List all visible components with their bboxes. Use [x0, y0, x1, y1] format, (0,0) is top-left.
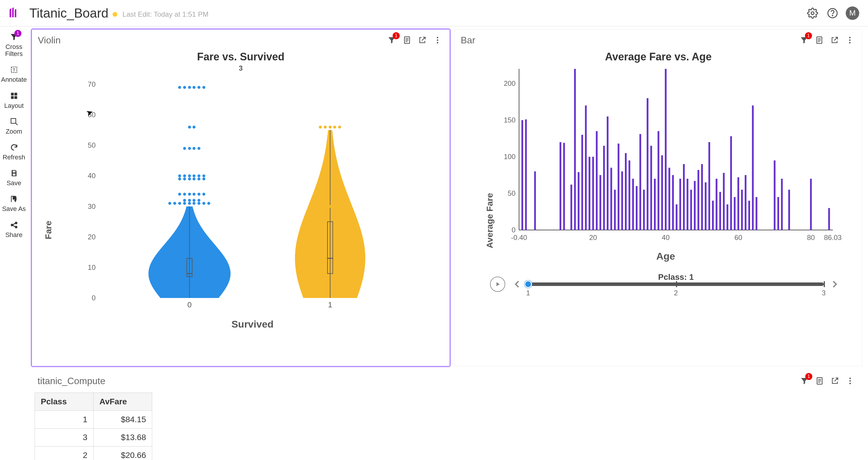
pclass-slider-row: Pclass: 1 1 2 3 — [481, 276, 850, 292]
svg-text:10: 10 — [88, 263, 96, 271]
board-canvas: Violin 1 Fare vs. Survived 3 Fare 010203… — [29, 29, 865, 460]
svg-rect-130 — [657, 131, 659, 230]
rail-refresh[interactable]: Refresh — [0, 139, 28, 165]
notes-icon[interactable] — [401, 34, 413, 46]
svg-rect-137 — [683, 164, 685, 230]
svg-rect-140 — [694, 181, 695, 230]
rail-annotate[interactable]: T Annotate — [0, 62, 28, 87]
svg-point-48 — [178, 193, 181, 196]
popout-icon[interactable] — [829, 375, 841, 387]
rail-cross-filters[interactable]: 1 Cross Filters — [0, 29, 28, 62]
svg-rect-162 — [810, 179, 812, 230]
svg-point-59 — [197, 174, 200, 177]
svg-point-58 — [183, 174, 186, 177]
svg-rect-9 — [11, 119, 16, 123]
panel-title: titanic_Compute — [37, 375, 105, 387]
table-row[interactable]: 2$20.66 — [35, 447, 152, 460]
filter-badge: 1 — [805, 32, 812, 39]
violin-chart[interactable]: 01020304050607001 — [67, 75, 438, 316]
table-row[interactable]: 3$13.68 — [35, 429, 152, 447]
svg-point-0 — [811, 12, 814, 15]
panel-violin[interactable]: Violin 1 Fare vs. Survived 3 Fare 010203… — [32, 29, 450, 366]
svg-point-67 — [193, 126, 195, 129]
svg-rect-103 — [534, 171, 536, 230]
filter-icon[interactable]: 1 — [798, 34, 810, 46]
rail-zoom[interactable]: Zoom — [0, 113, 28, 139]
svg-rect-128 — [650, 146, 652, 230]
svg-rect-123 — [632, 179, 634, 230]
board-title[interactable]: Titanic_Board — [29, 6, 108, 21]
more-icon[interactable] — [431, 34, 444, 46]
popout-icon[interactable] — [416, 34, 428, 46]
table-header[interactable]: Pclass — [35, 393, 94, 411]
panel-table[interactable]: titanic_Compute 1 PclassAvFare1$84.153$1… — [32, 370, 862, 460]
table-row[interactable]: 1$84.15 — [35, 411, 152, 429]
svg-rect-147 — [719, 192, 721, 230]
share-icon — [9, 220, 19, 230]
panel-bar[interactable]: Bar 1 Average Fare vs. Age Average Fare … — [455, 29, 862, 366]
svg-rect-126 — [643, 190, 645, 230]
slider-thumb[interactable] — [524, 281, 532, 288]
svg-point-39 — [168, 202, 171, 205]
svg-rect-141 — [698, 170, 700, 230]
rail-label: Refresh — [3, 154, 25, 161]
slider-tick-3: 3 — [822, 289, 826, 297]
panel-title: Bar — [461, 35, 475, 46]
svg-rect-131 — [661, 155, 663, 230]
table-header[interactable]: AvFare — [94, 393, 152, 411]
avatar[interactable]: M — [846, 6, 859, 20]
rail-share[interactable]: Share — [0, 217, 28, 242]
panel-header: titanic_Compute 1 — [32, 370, 862, 391]
more-icon[interactable] — [844, 375, 856, 387]
svg-text:40: 40 — [662, 233, 670, 241]
more-icon[interactable] — [844, 34, 856, 46]
svg-point-2 — [832, 15, 833, 15]
svg-rect-156 — [752, 105, 754, 230]
svg-point-16 — [437, 42, 438, 43]
notes-icon[interactable] — [813, 375, 826, 387]
rail-layout[interactable]: Layout — [0, 88, 28, 113]
slider-next[interactable] — [828, 277, 841, 291]
grid-icon — [9, 91, 19, 101]
bar-chart[interactable]: 050100150200-0.402040608086.03 — [481, 66, 850, 248]
svg-point-32 — [193, 202, 195, 205]
slider-prev[interactable] — [510, 277, 524, 291]
rail-label: Share — [5, 231, 23, 238]
svg-rect-158 — [774, 161, 776, 230]
svg-rect-135 — [676, 204, 677, 230]
compute-table[interactable]: PclassAvFare1$84.153$13.682$20.66 — [35, 393, 152, 460]
pclass-slider[interactable]: Pclass: 1 1 2 3 — [528, 283, 824, 286]
help-icon[interactable] — [826, 6, 839, 20]
play-button[interactable] — [490, 276, 505, 292]
svg-rect-115 — [603, 146, 605, 230]
svg-rect-104 — [559, 142, 561, 230]
app-logo[interactable] — [6, 6, 21, 21]
svg-point-45 — [193, 193, 195, 196]
svg-point-74 — [329, 205, 332, 208]
popout-icon[interactable] — [829, 34, 841, 46]
svg-point-70 — [183, 86, 186, 89]
notes-icon[interactable] — [813, 34, 826, 46]
rail-save[interactable]: Save — [0, 165, 28, 191]
svg-point-41 — [193, 199, 195, 202]
svg-point-72 — [178, 86, 181, 89]
gear-icon[interactable] — [806, 6, 819, 20]
svg-point-15 — [437, 39, 438, 41]
x-axis-label: Survived — [67, 319, 438, 330]
svg-rect-107 — [574, 69, 576, 230]
svg-point-73 — [202, 86, 205, 89]
svg-rect-148 — [723, 173, 724, 230]
svg-point-33 — [183, 202, 186, 205]
svg-rect-108 — [578, 172, 580, 230]
rail-save-as[interactable]: Save As — [0, 191, 28, 217]
left-tool-rail: 1 Cross Filters T Annotate Layout Zoom R… — [0, 26, 28, 242]
svg-rect-152 — [738, 177, 739, 230]
filter-icon[interactable]: 1 — [798, 375, 810, 387]
svg-point-49 — [202, 193, 205, 196]
filter-icon[interactable]: 1 — [385, 34, 398, 46]
svg-rect-154 — [745, 175, 747, 230]
svg-rect-150 — [730, 136, 732, 230]
svg-point-86 — [849, 39, 851, 41]
svg-rect-143 — [705, 183, 706, 230]
top-bar: Titanic_Board Last Edit: Today at 1:51 P… — [0, 0, 868, 26]
